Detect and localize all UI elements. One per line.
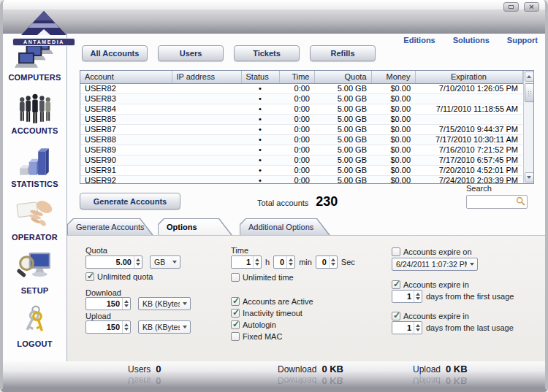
spin-down-icon[interactable] <box>416 328 420 331</box>
accounts-active-checkbox[interactable]: Accounts are Active <box>231 297 313 306</box>
spin-down-icon[interactable] <box>124 328 129 331</box>
users-button[interactable]: Users <box>158 45 224 61</box>
checkbox-box <box>231 320 240 329</box>
tickets-button[interactable]: Tickets <box>234 45 300 61</box>
autologin-checkbox[interactable]: Autologin <box>231 320 276 329</box>
tab-generate-accounts[interactable]: Generate Accounts <box>67 218 153 235</box>
title-bar: ANTAMEDIA <box>3 9 545 34</box>
cell-status: • <box>241 155 279 165</box>
spin-up-icon[interactable] <box>136 258 140 261</box>
search-icon <box>516 196 525 206</box>
spin-down-icon[interactable] <box>331 263 335 266</box>
time-hours-spinner[interactable]: 1 <box>231 255 262 269</box>
expire-date-select[interactable]: 6/24/2011 1:07:32 PM <box>392 258 478 271</box>
table-row[interactable]: USER82•0:005.00 GB$0.007/10/2010 1:26:05… <box>80 83 522 93</box>
scroll-down-icon[interactable] <box>525 172 534 182</box>
refills-button[interactable]: Refills <box>310 45 376 61</box>
quota-unit-select[interactable]: GB <box>150 255 180 269</box>
sidebar-item-setup[interactable]: SETUP <box>3 251 66 304</box>
spin-up-icon[interactable] <box>124 323 129 326</box>
table-row[interactable]: USER89•0:005.00 GB$0.007/16/2010 7:21:52… <box>80 145 522 155</box>
fixed-mac-checkbox[interactable]: Fixed MAC <box>231 332 282 341</box>
seconds-unit-label: Sec <box>341 258 355 266</box>
cell-ip <box>172 124 241 134</box>
link-editions[interactable]: Editions <box>403 36 435 45</box>
inactivity-timeout-checkbox[interactable]: Inactivity timeout <box>231 309 302 318</box>
spin-up-icon[interactable] <box>289 258 293 261</box>
expire-first-usage-checkbox[interactable]: Accounts expire in <box>392 280 469 289</box>
accounts-expire-on-checkbox[interactable]: Accounts expire on <box>392 247 472 256</box>
upload-value-spinner[interactable]: 150 <box>85 320 131 334</box>
tab-additional-options[interactable]: Additional Options <box>240 218 330 235</box>
cell-money: $0.00 <box>371 175 415 184</box>
spin-up-icon[interactable] <box>255 258 259 261</box>
table-row[interactable]: USER91•0:005.00 GB$0.007/20/2010 4:52:01… <box>80 165 522 175</box>
col-header-quota[interactable]: Quota <box>314 71 371 83</box>
scroll-up-icon[interactable] <box>525 72 534 82</box>
table-row[interactable]: USER84•0:005.00 GB$0.007/11/2010 11:18:5… <box>80 104 522 114</box>
cell-account: USER85 <box>80 114 172 124</box>
table-scrollbar[interactable] <box>523 71 534 183</box>
time-minutes-spinner[interactable]: 0 <box>273 255 295 269</box>
quota-value-spinner[interactable]: 5.00 <box>85 255 142 269</box>
download-unit-select[interactable]: KB (KBytes) <box>138 297 191 310</box>
operator-icon <box>15 198 56 233</box>
spin-down-icon[interactable] <box>124 304 129 307</box>
expire-last-days-spinner[interactable]: 1 <box>392 321 422 334</box>
sidebar-item-operator[interactable]: OPERATOR <box>3 198 66 251</box>
cell-time: 0:00 <box>279 114 314 124</box>
expire-last-usage-checkbox[interactable]: Accounts expire in <box>392 312 469 320</box>
scrollbar-thumb[interactable] <box>525 83 534 102</box>
generate-accounts-button[interactable]: Generate Accounts <box>80 193 180 210</box>
spin-up-icon[interactable] <box>124 300 129 303</box>
cell-expiration: 7/10/2010 1:26:05 PM <box>415 83 522 93</box>
app-window: × ANTAMEDIA <box>0 0 548 392</box>
spin-down-icon[interactable] <box>416 297 420 300</box>
spin-up-icon[interactable] <box>416 324 420 327</box>
statistics-icon <box>15 145 56 180</box>
minimize-button[interactable] <box>503 2 519 12</box>
cell-status: • <box>241 134 279 145</box>
table-row[interactable]: USER88•0:005.00 GB$0.007/17/2010 10:30:1… <box>80 134 522 145</box>
sidebar-item-accounts[interactable]: ACCOUNTS <box>3 91 66 145</box>
status-upload: Upload 0 KB <box>413 364 468 374</box>
download-value-spinner[interactable]: 150 <box>85 297 131 310</box>
upload-unit-select[interactable]: KB (KBytes) <box>138 320 191 334</box>
chevron-down-icon <box>170 261 180 264</box>
cell-ip <box>172 134 241 145</box>
close-button[interactable]: × <box>524 2 539 12</box>
col-header-expiration[interactable]: Expiration <box>415 71 522 83</box>
spin-down-icon[interactable] <box>255 263 259 266</box>
cell-expiration: 7/11/2010 11:18:55 AM <box>415 104 522 114</box>
cell-expiration: 7/20/2010 4:52:01 PM <box>415 165 522 175</box>
spin-up-icon[interactable] <box>331 258 335 261</box>
cell-status: • <box>241 124 279 134</box>
time-row: 1 h 0 min 0 Sec <box>231 255 355 269</box>
link-support[interactable]: Support <box>507 36 538 45</box>
col-header-ip[interactable]: IP address <box>172 71 241 83</box>
unlimited-time-checkbox[interactable]: Unlimited time <box>231 273 294 282</box>
main-content: Editions Solutions Support All Accounts … <box>67 34 545 361</box>
spin-up-icon[interactable] <box>416 293 420 296</box>
col-header-time[interactable]: Time <box>279 71 314 83</box>
table-row[interactable]: USER92•0:005.00 GB$0.007/24/2010 2:03:39… <box>80 175 522 184</box>
link-solutions[interactable]: Solutions <box>453 36 490 45</box>
expire-first-days-spinner[interactable]: 1 <box>392 290 422 303</box>
sidebar-item-logout[interactable]: LOGOUT <box>3 304 66 358</box>
tab-options[interactable]: Options <box>158 218 232 235</box>
table-row[interactable]: USER87•0:005.00 GB$0.007/15/2010 9:44:37… <box>80 124 522 134</box>
upload-row: 150 KB (KBytes) <box>85 320 191 334</box>
col-header-money[interactable]: Money <box>371 71 415 83</box>
cell-time: 0:00 <box>279 165 314 175</box>
sidebar-item-statistics[interactable]: STATISTICS <box>3 145 66 198</box>
col-header-status[interactable]: Status <box>241 71 279 83</box>
unlimited-quota-checkbox[interactable]: Unlimited quota <box>85 272 153 281</box>
spin-down-icon[interactable] <box>289 263 293 266</box>
table-row[interactable]: USER90•0:005.00 GB$0.007/17/2010 6:57:45… <box>80 155 522 165</box>
spin-down-icon[interactable] <box>136 263 140 266</box>
all-accounts-button[interactable]: All Accounts <box>82 45 148 61</box>
col-header-account[interactable]: Account <box>80 71 172 83</box>
time-seconds-spinner[interactable]: 0 <box>316 255 338 269</box>
table-row[interactable]: USER85•0:005.00 GB$0.00 <box>80 114 522 124</box>
table-row[interactable]: USER83•0:005.00 GB$0.00 <box>80 93 522 104</box>
